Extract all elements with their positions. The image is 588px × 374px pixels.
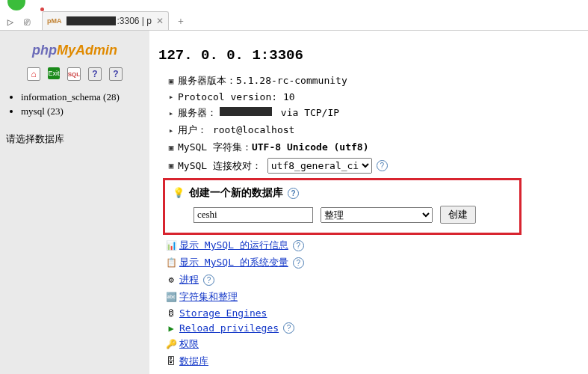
db-name-input[interactable] [194, 207, 313, 223]
action-link-row: ▶Reload privileges? [164, 322, 579, 334]
protocol-version: Protocol version: 10 [178, 91, 295, 102]
server-heading: 127. 0. 0. 1:3306 [158, 47, 579, 64]
main-panel: 127. 0. 0. 1:3306 ▣服务器版本：5.1.28-rc-commu… [149, 31, 588, 374]
server-icon: ▣ [164, 76, 178, 86]
browser-tab-bar: ▷ ⎚ pMA :3306 | p ✕ + [0, 10, 588, 31]
sql-icon[interactable]: SQL [67, 67, 81, 81]
action-link-row: 🗄数据库 [164, 355, 579, 368]
help-icon[interactable]: ? [283, 322, 294, 334]
collation-icon: ▣ [164, 161, 178, 171]
database-list: information_schema (28) mysql (23) [6, 91, 143, 117]
redacted-host [66, 16, 116, 25]
action-link-row: 🔤字符集和整理 [164, 290, 579, 304]
browser-tab[interactable]: pMA :3306 | p ✕ [42, 11, 169, 30]
create-button[interactable]: 创建 [440, 206, 476, 224]
create-database-box: 💡 创建一个新的数据库 ? 整理 创建 [163, 178, 522, 235]
new-tab-button[interactable]: + [172, 13, 190, 30]
action-link[interactable]: 显示 MySQL 的运行信息 [179, 239, 288, 252]
charset-row: MySQL 字符集：UTF-8 Unicode (utf8) [178, 141, 369, 154]
link-icon: 🗄 [164, 356, 178, 367]
action-link-row: 📋显示 MySQL 的系统变量? [164, 256, 579, 269]
action-link[interactable]: Storage Engines [179, 307, 267, 319]
sidebar: phpMyAdmin ⌂ Exit SQL ? ? information_sc… [0, 31, 149, 374]
link-icon: 🔑 [164, 339, 178, 349]
close-icon[interactable]: ✕ [156, 16, 164, 26]
action-link[interactable]: 权限 [179, 337, 199, 351]
link-icon: 🛢 [164, 308, 178, 319]
action-link[interactable]: 进程 [179, 273, 199, 286]
sidebar-toolbar: ⌂ Exit SQL ? ? [6, 67, 143, 81]
db-item[interactable]: information_schema (28) [21, 91, 143, 103]
bullet-icon: ▸ [164, 126, 178, 135]
help-icon[interactable]: ? [293, 240, 304, 251]
back-icon[interactable]: ▷ [4, 13, 16, 30]
db-collation-select[interactable]: 整理 [321, 207, 433, 223]
bullet-icon: ▸ [164, 92, 178, 102]
link-icon: ▶ [164, 323, 178, 334]
action-link[interactable]: 数据库 [179, 355, 208, 368]
db-item[interactable]: mysql (23) [21, 105, 143, 117]
help-icon[interactable]: ? [203, 275, 214, 286]
help-icon[interactable]: ? [293, 257, 304, 269]
docs-icon[interactable]: ? [109, 67, 123, 81]
exit-icon[interactable]: Exit [48, 67, 60, 79]
link-icon: 📊 [164, 240, 178, 251]
action-link[interactable]: 显示 MySQL 的系统变量 [179, 256, 288, 269]
tab-title-suffix: :3306 | p [117, 16, 152, 26]
select-db-prompt: 请选择数据库 [6, 132, 143, 146]
user-info: 用户： root@localhost [178, 123, 294, 137]
home-icon[interactable]: ⌂ [27, 67, 40, 81]
help-icon[interactable]: ? [288, 188, 299, 199]
lightbulb-icon: 💡 [173, 187, 185, 199]
phpmyadmin-logo: phpMyAdmin [6, 43, 143, 58]
help-icon[interactable]: ? [377, 160, 388, 171]
device-icon[interactable]: ⎚ [21, 13, 33, 30]
help-icon[interactable]: ? [88, 67, 102, 81]
link-icon: 🔤 [164, 292, 178, 302]
collation-select[interactable]: utf8_general_ci [267, 158, 372, 174]
create-db-title: 创建一个新的数据库 [189, 186, 283, 200]
server-name: 服务器： via TCP/IP [178, 106, 339, 120]
action-link[interactable]: Reload privileges [179, 322, 279, 334]
pma-favicon: pMA [47, 17, 62, 25]
bullet-icon: ▸ [164, 108, 178, 118]
link-icon: ⚙ [164, 275, 178, 285]
action-link-row: 🔑权限 [164, 337, 579, 351]
action-link-row: 🛢Storage Engines [164, 307, 579, 319]
server-version: 服务器版本：5.1.28-rc-community [178, 74, 347, 88]
link-icon: 📋 [164, 257, 178, 268]
collation-label: MySQL 连接校对： [178, 159, 261, 173]
action-link[interactable]: 字符集和整理 [179, 290, 238, 304]
charset-icon: ▣ [164, 143, 178, 153]
action-link-row: ⚙进程? [164, 273, 579, 286]
action-link-row: 📊显示 MySQL 的运行信息? [164, 239, 579, 252]
